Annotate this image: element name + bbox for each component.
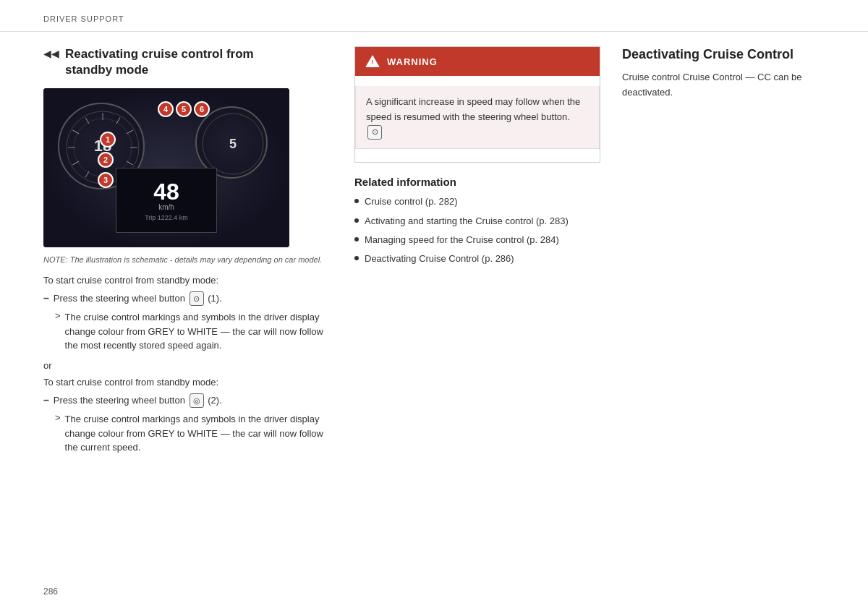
header-label: DRIVER SUPPORT <box>43 14 124 23</box>
svg-text:!: ! <box>372 59 374 66</box>
list-item: Activating and starting the Cruise contr… <box>354 215 600 228</box>
list-item: Managing speed for the Cruise control (p… <box>354 234 600 247</box>
double-arrow-icon: ◀◀ <box>43 48 59 59</box>
warning-steering-icon: ⊙ <box>367 125 382 140</box>
note-text: NOTE: The illustration is schematic - de… <box>43 255 333 265</box>
dashboard-image: 18 5 48 km/h Trip 1222.4 km 1 <box>43 88 289 247</box>
step-2: – Press the steering wheel button ◎ (2). <box>43 393 333 409</box>
warning-container: ! WARNING A significant increase in spee… <box>354 46 600 163</box>
callout-4: 4 <box>158 101 174 117</box>
digital-speed-value: 48 <box>153 180 179 203</box>
instruction-1: To start cruise control from standby mod… <box>43 275 333 286</box>
list-item: Cruise control (p. 282) <box>354 195 600 208</box>
list-item: Deactivating Cruise Control (p. 286) <box>354 252 600 265</box>
main-content: ◀◀ Reactivating cruise control from stan… <box>0 32 868 474</box>
steering-wheel-icon-1: ⊙ <box>190 291 204 306</box>
related-item-text: Deactivating Cruise Control (p. 286) <box>365 252 514 265</box>
bullet-icon <box>354 199 359 203</box>
result-arrow-1: > <box>55 310 61 321</box>
bullet-icon <box>354 218 359 223</box>
step-2-dash: – <box>43 394 49 406</box>
warning-triangle-icon: ! <box>365 54 380 69</box>
svg-text:5: 5 <box>229 137 237 151</box>
bullet-icon <box>354 237 359 242</box>
digital-display: 48 km/h Trip 1222.4 km <box>116 168 217 233</box>
step-1: – Press the steering wheel button ⊙ (1). <box>43 291 333 307</box>
page-header: DRIVER SUPPORT <box>0 0 868 32</box>
digital-trip-value: Trip 1222.4 km <box>145 214 188 221</box>
left-section-title: Reactivating cruise control from standby… <box>65 46 254 78</box>
warning-body-text: A significant increase in speed may foll… <box>366 96 580 122</box>
related-info-list: Cruise control (p. 282)Activating and st… <box>354 195 600 265</box>
page-footer: 286 <box>43 586 58 597</box>
right-column: Deactivating Cruise Control Cruise contr… <box>622 46 825 459</box>
dashboard-background: 18 5 48 km/h Trip 1222.4 km 1 <box>43 88 289 247</box>
warning-label-text: WARNING <box>387 56 438 67</box>
step-1-dash: – <box>43 292 49 304</box>
steering-wheel-icon-2: ◎ <box>190 393 204 408</box>
step-1-result: > The cruise control markings and symbol… <box>55 310 333 353</box>
deactivating-body: Cruise control Cruise Control — CC can b… <box>622 70 825 101</box>
page-number: 286 <box>43 586 58 597</box>
result-arrow-2: > <box>55 412 61 423</box>
section-title: ◀◀ Reactivating cruise control from stan… <box>43 46 333 78</box>
callout-5: 5 <box>176 101 192 117</box>
step-2-result-text: The cruise control markings and symbols … <box>65 412 333 455</box>
step-2-content: Press the steering wheel button ◎ (2). <box>54 393 222 409</box>
instruction-2: To start cruise control from standby mod… <box>43 377 333 388</box>
step-1-result-text: The cruise control markings and symbols … <box>65 310 333 353</box>
left-column: ◀◀ Reactivating cruise control from stan… <box>43 46 333 459</box>
related-item-text: Managing speed for the Cruise control (p… <box>365 234 559 247</box>
step-1-content: Press the steering wheel button ⊙ (1). <box>54 291 222 307</box>
warning-body: A significant increase in speed may foll… <box>355 86 600 149</box>
or-label: or <box>43 360 333 371</box>
bullet-icon <box>354 256 359 260</box>
related-item-text: Activating and starting the Cruise contr… <box>365 215 569 228</box>
digital-unit-label: km/h <box>158 203 174 211</box>
step-2-result: > The cruise control markings and symbol… <box>55 412 333 455</box>
related-info-title: Related information <box>354 176 600 188</box>
related-item-text: Cruise control (p. 282) <box>365 195 458 208</box>
warning-header: ! WARNING <box>355 47 600 76</box>
deactivating-title: Deactivating Cruise Control <box>622 46 825 63</box>
middle-column: ! WARNING A significant increase in spee… <box>354 46 600 459</box>
